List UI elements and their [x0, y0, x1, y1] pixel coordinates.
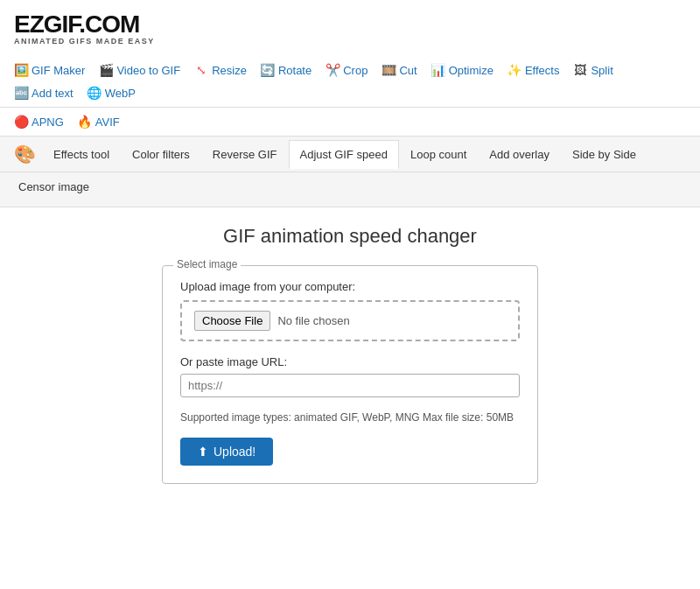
optimize-icon: 📊 — [431, 63, 445, 77]
nav-resize-label: Resize — [212, 64, 247, 77]
nav-gif-maker[interactable]: 🖼️ GIF Maker — [9, 60, 90, 81]
tab-effects-tool[interactable]: Effects tool — [42, 140, 121, 169]
nav-rotate[interactable]: 🔄 Rotate — [256, 60, 317, 81]
sub-nav-row2: Censor image — [0, 172, 700, 207]
split-icon: 🖼 — [573, 63, 587, 77]
upload-icon: ⬆ — [198, 445, 208, 459]
nav-cut-label: Cut — [399, 64, 416, 77]
nav-effects-label: Effects — [525, 64, 560, 77]
select-image-legend: Select image — [173, 258, 241, 270]
avif-icon: 🔥 — [78, 115, 92, 129]
url-input[interactable] — [180, 374, 520, 397]
nav-webp-label: WebP — [105, 87, 136, 100]
tab-side-by-side[interactable]: Side by Side — [561, 140, 648, 169]
nav-video-to-gif[interactable]: 🎬 Video to GIF — [94, 60, 186, 81]
logo-subtitle: ANIMATED GIFS MADE EASY — [14, 37, 686, 46]
tab-censor-image[interactable]: Censor image — [7, 172, 101, 201]
nav-gif-maker-label: GIF Maker — [32, 64, 85, 77]
choose-file-button[interactable]: Choose File — [194, 311, 270, 331]
tab-adjust-gif-speed[interactable]: Adjust GIF speed — [289, 140, 399, 169]
tab-add-overlay[interactable]: Add overlay — [478, 140, 561, 169]
nav-rotate-label: Rotate — [278, 64, 312, 77]
nav-avif[interactable]: 🔥 AVIF — [73, 111, 125, 132]
tab-reverse-gif[interactable]: Reverse GIF — [201, 140, 289, 169]
upload-btn-label: Upload! — [214, 445, 256, 459]
nav-crop-label: Crop — [343, 64, 368, 77]
nav-split-label: Split — [591, 64, 612, 77]
top-nav: 🖼️ GIF Maker 🎬 Video to GIF ⤡ Resize 🔄 R… — [0, 53, 700, 108]
nav-cut[interactable]: 🎞️ Cut — [376, 60, 422, 81]
nav-add-text[interactable]: 🔤 Add text — [9, 82, 79, 103]
page-title: GIF animation speed changer — [223, 225, 477, 248]
nav-optimize-label: Optimize — [449, 64, 494, 77]
webp-icon: 🌐 — [88, 86, 102, 100]
nav-avif-label: AVIF — [95, 116, 120, 129]
file-upload-area: Choose File No file chosen — [180, 300, 520, 341]
sub-nav: 🎨 Effects tool Color filters Reverse GIF… — [0, 137, 700, 172]
add-text-icon: 🔤 — [14, 86, 28, 100]
main-content: GIF animation speed changer Select image… — [0, 207, 700, 501]
logo: EZGIF.COM — [14, 11, 686, 39]
tab-loop-count[interactable]: Loop count — [399, 140, 478, 169]
effects-icon: ✨ — [508, 63, 522, 77]
nav-crop[interactable]: ✂️ Crop — [320, 60, 373, 81]
nav-add-text-label: Add text — [32, 87, 74, 100]
cut-icon: 🎞️ — [382, 63, 396, 77]
nav-apng-label: APNG — [32, 116, 64, 129]
effects-sub-icon: 🎨 — [7, 137, 42, 172]
nav-optimize[interactable]: 📊 Optimize — [426, 60, 499, 81]
select-image-box: Select image Upload image from your comp… — [162, 265, 538, 484]
top-nav-row2: 🔴 APNG 🔥 AVIF — [0, 108, 700, 137]
nav-webp[interactable]: 🌐 WebP — [82, 82, 141, 103]
nav-effects[interactable]: ✨ Effects — [502, 60, 565, 81]
resize-icon: ⤡ — [194, 63, 208, 77]
nav-split[interactable]: 🖼 Split — [568, 60, 618, 81]
rotate-icon: 🔄 — [261, 63, 275, 77]
video-to-gif-icon: 🎬 — [99, 63, 113, 77]
upload-button[interactable]: ⬆ Upload! — [180, 438, 273, 466]
crop-icon: ✂️ — [326, 63, 340, 77]
tab-color-filters[interactable]: Color filters — [121, 140, 201, 169]
gif-maker-icon: 🖼️ — [14, 63, 28, 77]
upload-label: Upload image from your computer: — [180, 280, 520, 293]
nav-resize[interactable]: ⤡ Resize — [189, 60, 252, 81]
url-label: Or paste image URL: — [180, 355, 520, 368]
header: EZGIF.COM ANIMATED GIFS MADE EASY — [0, 0, 700, 53]
no-file-text: No file chosen — [277, 314, 349, 327]
supported-text: Supported image types: animated GIF, Web… — [180, 410, 520, 425]
nav-video-to-gif-label: Video to GIF — [116, 64, 180, 77]
nav-apng[interactable]: 🔴 APNG — [9, 111, 69, 132]
apng-icon: 🔴 — [14, 115, 28, 129]
